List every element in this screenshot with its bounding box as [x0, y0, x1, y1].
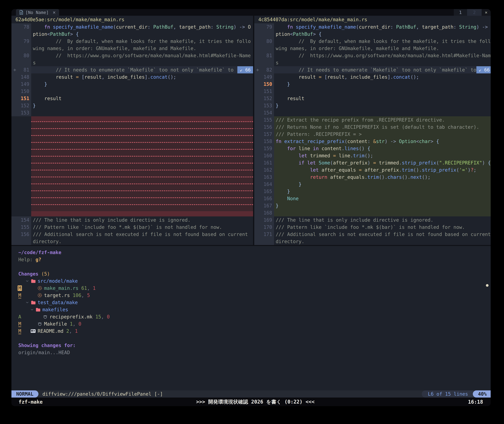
- line-number: 171: [262, 231, 274, 238]
- tmux-session-name[interactable]: fzf-make: [12, 399, 43, 405]
- line-number: 151: [262, 88, 274, 95]
- added-lines-count: 61: [81, 285, 87, 291]
- folded-lines-badge[interactable]: ↙ 66: [237, 66, 253, 73]
- line-number: 154: [262, 109, 274, 116]
- added-lines-count: 1: [70, 321, 73, 327]
- document-icon: [19, 10, 23, 15]
- code-line: 78 fn specify_makefile_name(current_dir:…: [12, 23, 253, 31]
- git-status-sign: M: [18, 321, 21, 327]
- chevron-down-icon[interactable]: [26, 301, 31, 304]
- line-number: 151: [19, 95, 31, 102]
- file-tree-file-Makefile[interactable]: MMakefile1, 0: [12, 320, 491, 327]
- buffer-close-icon[interactable]: ×: [53, 10, 56, 15]
- line-number: 156: [19, 231, 31, 238]
- chevron-down-icon[interactable]: [26, 280, 31, 282]
- file-name: make_main.rs: [44, 285, 79, 291]
- line-number: [262, 238, 274, 245]
- line-number: 165: [262, 188, 274, 195]
- rev-range: origin/main...HEAD: [18, 350, 70, 355]
- code-line: 157/// Pattern: .RECIPEPREFIX = >: [254, 131, 491, 138]
- file-tree-folder-makefiles[interactable]: makefiles: [12, 306, 491, 313]
- line-number: 155: [262, 116, 274, 124]
- showing-changes-label: Showing changes for:: [18, 343, 76, 348]
- code-line: 165 }: [254, 188, 491, 195]
- code-line: 149 result = [result, include_files].con…: [254, 73, 491, 81]
- buffer-tab-label: [No Name]: [25, 10, 49, 15]
- code-line: 149 }: [12, 81, 253, 88]
- line-number: 160: [262, 152, 274, 159]
- tabline-close-icon[interactable]: ×: [482, 9, 491, 16]
- deleted-lines-count: 1: [75, 328, 78, 334]
- scroll-indicator-dot: [486, 284, 489, 287]
- count-separator: ,: [81, 293, 87, 298]
- code-line: wing names, in order: GNUmakefile, makef…: [254, 45, 491, 52]
- folder-name: src/model/make: [38, 278, 78, 284]
- file-name: recipeprefix.mk: [49, 314, 92, 319]
- statusline: NORMAL diffview:///panels/0/DiffviewFile…: [12, 390, 491, 398]
- mode-indicator: NORMAL: [12, 390, 38, 398]
- file-tree-folder-src/model/make[interactable]: src/model/make: [12, 277, 491, 285]
- line-number: 166: [262, 195, 274, 202]
- tabline: [No Name] × 1 2 ×: [12, 9, 491, 16]
- code-line: 154/// The line that is only include dir…: [12, 216, 253, 224]
- gnu-icon: [43, 314, 48, 319]
- deleted-lines-count: 5: [87, 293, 90, 298]
- diffview-file-panel: ~/code/fzf-make Help: g? Changes (5) src…: [12, 246, 491, 390]
- tab-page-2[interactable]: 2: [467, 9, 482, 16]
- count-separator: ,: [87, 285, 93, 291]
- code-line: 153: [12, 109, 253, 116]
- tmux-clock: 16:18: [468, 399, 491, 405]
- line-number: 154: [19, 216, 31, 224]
- file-tree-file-target.rs[interactable]: MRtarget.rs106, 5: [12, 292, 491, 299]
- changes-heading: Changes: [18, 271, 41, 277]
- diff-editors: 62a4d0e5ae:src/model/make/make_main.rs 7…: [12, 16, 491, 245]
- file-tree-file-recipeprefix.mk[interactable]: Arecipeprefix.mk15, 0: [12, 313, 491, 320]
- line-number: 79: [262, 23, 274, 31]
- code-line: +81 // It needs to enumerate `Makefile` …: [12, 66, 253, 73]
- code-line: directory.: [12, 238, 253, 245]
- line-number: 82: [262, 66, 274, 73]
- line-number: [19, 45, 31, 52]
- code-line: 80 // https://www.gnu.org/software/make/…: [12, 52, 253, 59]
- folder-name: makefiles: [42, 307, 68, 312]
- chevron-down-icon[interactable]: [30, 309, 36, 311]
- window-separator[interactable]: [253, 16, 254, 245]
- code-line: +82 // It needs to enumerate `Makefile` …: [254, 66, 491, 73]
- code-line: 161 if let Some(after_prefix) = trimmed.…: [254, 159, 491, 166]
- diff-pane-old[interactable]: 62a4d0e5ae:src/model/make/make_main.rs 7…: [12, 16, 253, 245]
- line-number: 153: [262, 102, 274, 109]
- svg-text:R: R: [39, 287, 41, 290]
- line-number: [262, 45, 274, 52]
- line-number: 157: [262, 131, 274, 138]
- horizontal-split[interactable]: [12, 245, 491, 246]
- code-line: 154: [254, 109, 491, 116]
- file-tree-folder-test_data/make[interactable]: test_data/make: [12, 299, 491, 306]
- line-number: 162: [262, 166, 274, 174]
- folder-name: test_data/make: [38, 300, 78, 305]
- code-line: 152 result: [254, 95, 491, 102]
- file-name: target.rs: [44, 293, 70, 298]
- fold-sign[interactable]: +: [12, 66, 19, 73]
- svg-text:R: R: [39, 294, 41, 297]
- line-number: 153: [19, 109, 31, 116]
- code-line: 160 let trimmed = line.trim();: [254, 152, 491, 159]
- git-status-sign: M: [18, 285, 22, 291]
- tmux-window-title: >>> 開発環境現状確認 2026 を書く (0:22) <<<: [43, 399, 468, 405]
- line-number: [262, 59, 274, 66]
- deleted-lines-filler: [12, 116, 253, 216]
- line-number: 152: [262, 95, 274, 102]
- line-number: 148: [19, 73, 31, 81]
- file-tree-file-README.md[interactable]: MREADME.md2, 1: [12, 327, 491, 335]
- markdown-icon: [30, 329, 36, 333]
- tab-page-1[interactable]: 1: [454, 9, 467, 16]
- code-line: wing names, in order: GNUmakefile, makef…: [12, 45, 253, 52]
- folded-lines-badge[interactable]: ↙ 66: [476, 66, 491, 73]
- file-name: Makefile: [44, 321, 67, 327]
- file-tree-file-make_main.rs[interactable]: MRmake_main.rs61, 1: [12, 285, 491, 292]
- code-line: 168: [254, 209, 491, 216]
- cursor-position: L6 of 15 lines: [422, 390, 474, 398]
- fold-sign[interactable]: +: [254, 66, 262, 73]
- buffer-tab[interactable]: [No Name] ×: [16, 9, 59, 16]
- added-lines-count: 2: [66, 328, 69, 334]
- diff-pane-new[interactable]: 4c854407da:src/model/make/make_main.rs 7…: [254, 16, 491, 245]
